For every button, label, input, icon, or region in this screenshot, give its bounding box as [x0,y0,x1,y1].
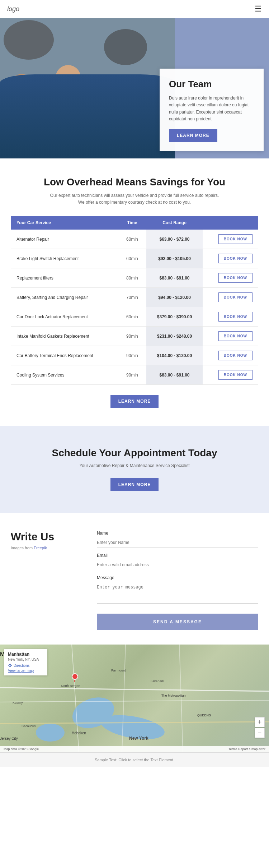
service-book-cell: BOOK NOW [203,288,258,307]
service-book-cell: BOOK NOW [203,365,258,385]
service-name: Alternator Repair [11,230,118,249]
book-button[interactable]: BOOK NOW [218,370,253,380]
svg-text:Lakepark: Lakepark [151,679,164,683]
service-name: Battery, Starting and Charging Repair [11,288,118,307]
send-button[interactable]: SEND A MESSAGE [97,614,258,630]
service-cost: $92.00 - $105.00 [146,249,203,268]
table-row: Cooling System Services 90min $83.00 - $… [11,365,258,385]
service-time: 90min [118,346,146,365]
footer: Sample Text: Click to select the Text El… [0,752,269,767]
contact-left: Write Us Images from Freepik [11,531,82,550]
service-time: 80min [118,268,146,288]
svg-text:New York: New York [129,736,148,741]
name-field-group: Name [97,531,258,548]
table-row: Car Door Lock Actuator Replacement 60min… [11,307,258,327]
svg-text:Jersey City: Jersey City [0,737,18,740]
svg-line-8 [0,700,269,702]
name-input[interactable] [97,537,258,548]
freepik-link[interactable]: Freepik [34,546,47,550]
service-cost: $63.00 - $72.00 [146,230,203,249]
svg-text:Fairmount: Fairmount [111,669,126,672]
service-time: 60min [118,249,146,268]
appointment-title: Schedule Your Appointment Today [11,447,258,459]
email-field-group: Email [97,553,258,570]
col-time: Time [118,216,146,230]
service-name: Car Door Lock Actuator Replacement [11,307,118,327]
service-book-cell: BOOK NOW [203,268,258,288]
zoom-out-button[interactable]: − [255,728,265,738]
col-cost: Cost Range [146,216,203,230]
table-row: Brake Light Switch Replacement 60min $92… [11,249,258,268]
book-button[interactable]: BOOK NOW [218,292,253,302]
appointment-subtitle: Your Automotive Repair & Maintenance Ser… [11,463,258,468]
book-button[interactable]: BOOK NOW [218,254,253,263]
book-button[interactable]: BOOK NOW [218,331,253,341]
message-field-group: Message [97,575,258,605]
service-book-cell: BOOK NOW [203,307,258,327]
hero-card: Our Team Duis aute irure dolor in repreh… [160,69,264,151]
book-button[interactable]: BOOK NOW [218,312,253,322]
service-book-cell: BOOK NOW [203,249,258,268]
svg-line-12 [0,722,269,724]
map-pin [72,673,77,680]
hero-description: Duis aute irure dolor in reprehenderit i… [169,95,254,123]
savings-section: Low Overhead Means Savings for You Our e… [0,158,269,426]
service-cost: $104.00 - $120.00 [146,346,203,365]
email-label: Email [97,553,258,558]
directions-icon [8,663,12,668]
map-data-credit: Map data ©2023 Google [4,747,39,751]
book-button[interactable]: BOOK NOW [218,234,253,244]
hero-learn-more-button[interactable]: LEARN MORE [169,129,217,142]
service-cost: $231.00 - $248.00 [146,327,203,346]
hero-title: Our Team [169,79,254,90]
services-table: Your Car Service Time Cost Range Alterna… [11,216,258,385]
savings-learn-more-wrap: LEARN MORE [11,385,258,415]
col-service: Your Car Service [11,216,118,230]
contact-credit: Images from Freepik [11,546,82,550]
map-directions-button[interactable]: Directions [8,663,44,668]
zoom-in-button[interactable]: + [255,717,265,727]
message-input[interactable] [97,582,258,604]
header: logo ☰ [0,0,269,18]
book-button[interactable]: BOOK NOW [218,351,253,360]
svg-rect-3 [29,83,108,158]
service-cost: $379.00 - $390.00 [146,307,203,327]
book-button[interactable]: BOOK NOW [218,273,253,283]
service-time: 90min [118,365,146,385]
service-name: Intake Manifold Gaskets Replacement [11,327,118,346]
contact-title: Write Us [11,531,82,543]
map-place-name: Manhattan [8,652,44,657]
map-terms: Terms Report a map error [228,747,265,751]
service-name: Cooling System Services [11,365,118,385]
message-label: Message [97,575,258,580]
view-larger-map-link[interactable]: View larger map [8,669,44,673]
service-book-cell: BOOK NOW [203,327,258,346]
svg-text:North Bergen: North Bergen [61,684,80,688]
map-section: North Bergen Fairmount Lakepark Kearny S… [0,645,269,752]
table-row: Battery, Starting and Charging Repair 70… [11,288,258,307]
savings-learn-more-button[interactable]: LEARN MORE [110,395,159,408]
map-address: New York, NY, USA [8,657,44,661]
svg-line-7 [0,688,269,691]
footer-text: Sample Text: Click to select the Text El… [95,758,174,762]
contact-section: Write Us Images from Freepik Name Email … [0,513,269,630]
email-input[interactable] [97,560,258,570]
name-label: Name [97,531,258,536]
logo: logo [7,5,19,13]
svg-text:Kearny: Kearny [13,701,23,705]
hero-image [0,18,175,158]
savings-title: Low Overhead Means Savings for You [11,176,258,188]
appointment-learn-more-button[interactable]: LEARN MORE [110,478,159,491]
svg-text:QUEENS: QUEENS [197,714,211,717]
service-name: Brake Light Switch Replacement [11,249,118,268]
map-controls: + − [255,717,265,738]
service-time: 60min [118,230,146,249]
service-name: Car Battery Terminal Ends Replacement [11,346,118,365]
savings-subtitle: Our expert auto technicians will assess … [48,192,221,206]
svg-text:Secaucus: Secaucus [22,724,36,728]
service-book-cell: BOOK NOW [203,230,258,249]
menu-icon[interactable]: ☰ [255,4,262,14]
service-cost: $83.00 - $91.00 [146,365,203,385]
svg-point-4 [56,65,81,90]
svg-line-9 [72,645,79,752]
